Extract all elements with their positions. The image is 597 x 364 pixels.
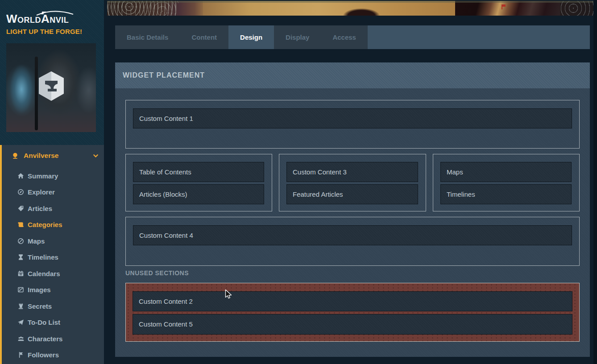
- sidebar-item-secrets[interactable]: Secrets: [0, 298, 104, 314]
- banner-mountain-art: [455, 1, 560, 16]
- panel-body: Custom Content 1 Table of Contents Artic…: [115, 88, 590, 357]
- calendar-icon: [17, 270, 25, 277]
- hourglass-icon: [17, 254, 25, 261]
- logo-anvil-arc: [35, 9, 78, 16]
- sidebar: WorldAnvil LIGHT UP THE FORGE! Switch to…: [0, 0, 104, 364]
- placement-section-left-column[interactable]: Table of Contents Articles (Blocks): [125, 154, 272, 211]
- world-name: Anvilverse: [24, 152, 58, 160]
- sidebar-nav: Summary Explorer Articles Categories: [0, 168, 104, 363]
- widget-table-of-contents[interactable]: Table of Contents: [133, 162, 264, 182]
- tower-icon: [17, 303, 25, 310]
- world-cover-image[interactable]: Switch to...: [6, 43, 96, 132]
- widget-maps[interactable]: Maps: [440, 162, 572, 182]
- sidebar-item-summary[interactable]: Summary: [0, 168, 104, 184]
- panel-title: WIDGET PLACEMENT: [115, 62, 590, 88]
- cover-art-figure: [10, 65, 33, 114]
- widget-timelines[interactable]: Timelines: [440, 184, 572, 204]
- paper-plane-icon: [17, 319, 25, 326]
- tab-content[interactable]: Content: [180, 25, 228, 49]
- scroll-icon: [17, 221, 25, 228]
- tab-basic-details[interactable]: Basic Details: [115, 25, 180, 49]
- placement-section-center-column[interactable]: Custom Content 3 Featured Articles: [279, 154, 426, 211]
- flag-icon: [17, 352, 25, 358]
- users-icon: [17, 335, 25, 342]
- sidebar-item-categories[interactable]: Categories: [0, 217, 104, 233]
- widget-custom-content-5[interactable]: Custom Content 5: [133, 314, 572, 335]
- sidebar-item-explorer[interactable]: Explorer: [0, 184, 104, 201]
- world-map-banner: [107, 1, 593, 16]
- image-icon: [17, 286, 25, 293]
- sidebar-item-characters[interactable]: Characters: [0, 331, 104, 347]
- widget-articles-blocks[interactable]: Articles (Blocks): [133, 184, 264, 204]
- placement-section-bottom[interactable]: Custom Content 4: [125, 217, 580, 266]
- sidebar-item-calendars[interactable]: Calendars: [0, 265, 104, 282]
- worldanvil-logo[interactable]: WorldAnvil: [6, 11, 95, 27]
- banner-edge: [107, 1, 593, 3]
- sidebar-item-todo-list[interactable]: To-Do List: [0, 314, 104, 331]
- tab-design[interactable]: Design: [228, 25, 274, 49]
- map-marker-icon: [502, 4, 506, 7]
- widget-custom-content-3[interactable]: Custom Content 3: [286, 162, 418, 182]
- banner-art: [337, 1, 386, 16]
- shield-anvil-emblem: [38, 71, 64, 101]
- tab-strip: Basic Details Content Design Display Acc…: [115, 25, 368, 49]
- unused-sections-label: UNUSED SECTIONS: [125, 269, 189, 277]
- sidebar-item-timelines[interactable]: Timelines: [0, 249, 104, 266]
- compass-icon: [17, 189, 25, 195]
- widget-custom-content-1[interactable]: Custom Content 1: [133, 108, 572, 128]
- banner-parchment-art: [203, 1, 460, 16]
- widget-custom-content-4[interactable]: Custom Content 4: [133, 225, 572, 245]
- scrollbar-track[interactable]: [593, 0, 597, 364]
- banner-art: [560, 1, 593, 16]
- tab-display[interactable]: Display: [274, 25, 321, 49]
- sidebar-item-maps[interactable]: Maps: [0, 233, 104, 249]
- settings-tab-bar: Basic Details Content Design Display Acc…: [115, 25, 590, 49]
- widget-custom-content-2[interactable]: Custom Content 2: [133, 291, 572, 311]
- sidebar-item-followers[interactable]: Followers: [0, 347, 104, 364]
- sidebar-item-anvilverse[interactable]: Anvilverse: [0, 149, 104, 162]
- unused-sections-zone[interactable]: Custom Content 2 Custom Content 5: [125, 283, 580, 342]
- tab-access[interactable]: Access: [321, 25, 368, 49]
- map-icon: [17, 238, 25, 244]
- sidebar-item-articles[interactable]: Articles: [0, 200, 104, 217]
- placement-section-right-column[interactable]: Maps Timelines: [433, 154, 580, 211]
- placement-section-top[interactable]: Custom Content 1: [125, 100, 580, 149]
- chevron-down-icon[interactable]: [93, 153, 99, 159]
- page: WorldAnvil LIGHT UP THE FORGE! Switch to…: [0, 0, 597, 364]
- widget-placement-panel: WIDGET PLACEMENT Custom Content 1 Table …: [115, 62, 590, 357]
- banner-coastline-art: [107, 1, 181, 16]
- widget-featured-articles[interactable]: Featured Articles: [286, 184, 418, 204]
- globe-icon: [12, 152, 20, 159]
- book-icon: [17, 205, 25, 212]
- banner-art: [178, 1, 205, 16]
- tagline: LIGHT UP THE FORGE!: [6, 28, 82, 35]
- home-icon: [17, 173, 25, 179]
- sidebar-item-images[interactable]: Images: [0, 282, 104, 298]
